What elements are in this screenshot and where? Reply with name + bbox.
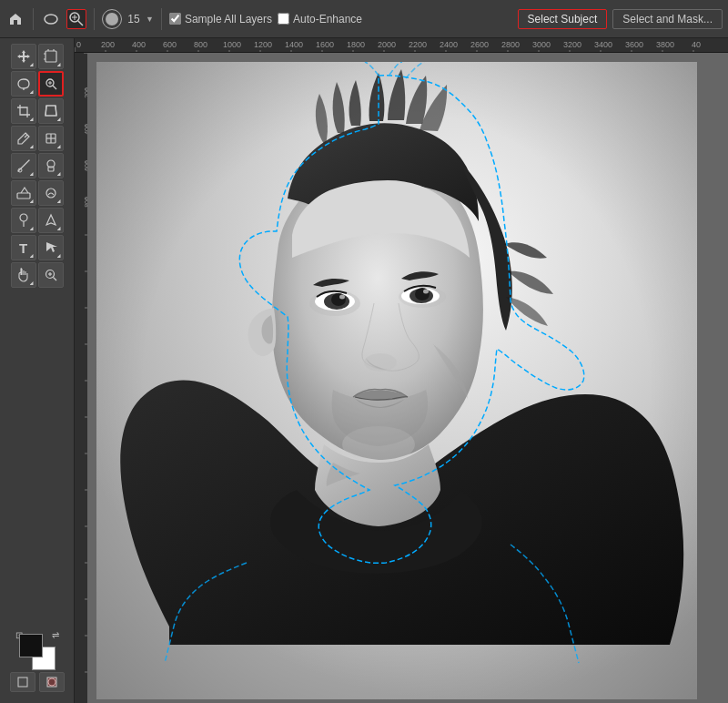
svg-text:200: 200 (101, 40, 115, 49)
select-and-mask-button[interactable]: Select and Mask... (612, 9, 723, 29)
svg-text:800: 800 (194, 40, 207, 49)
eyedropper-tool[interactable] (11, 126, 36, 151)
tool-row-1 (11, 44, 64, 69)
svg-text:600: 600 (163, 40, 177, 49)
svg-text:1200: 1200 (254, 40, 272, 49)
svg-rect-5 (46, 51, 56, 62)
dodge-tool[interactable] (11, 208, 36, 233)
tool-row-8: T (11, 235, 64, 260)
svg-line-29 (53, 278, 56, 281)
svg-point-114 (423, 290, 429, 294)
tool-row-7 (11, 208, 64, 233)
toolbox: T (0, 38, 75, 703)
svg-text:2600: 2600 (470, 40, 489, 49)
separator-2 (94, 8, 95, 30)
brush-size-value: 15 (126, 13, 142, 25)
clone-stamp-tool[interactable] (38, 153, 64, 178)
svg-text:2000: 2000 (378, 40, 396, 49)
foreground-color-swatch[interactable] (19, 634, 43, 657)
move-tool[interactable] (11, 44, 36, 69)
svg-text:3600: 3600 (625, 40, 643, 49)
separator-1 (33, 8, 34, 30)
auto-enhance-group: Auto-Enhance (278, 13, 362, 25)
quick-mask-row (10, 672, 65, 692)
lasso-icon[interactable] (41, 9, 61, 29)
quick-mask-btn[interactable] (39, 672, 65, 692)
svg-text:0: 0 (76, 40, 81, 49)
brush-size-arrow[interactable]: ▼ (146, 15, 154, 24)
tool-row-3 (11, 98, 64, 124)
svg-rect-34 (47, 678, 56, 687)
sample-all-layers-group: Sample All Layers (169, 13, 272, 25)
vertical-ruler: 0 200 400 600 800 (75, 53, 87, 703)
svg-point-110 (339, 295, 345, 300)
svg-line-15 (46, 106, 46, 116)
svg-rect-32 (18, 678, 27, 687)
color-swatches: ⊡ ⇌ (10, 634, 65, 696)
type-tool[interactable]: T (11, 235, 36, 260)
smudge-tool[interactable] (38, 180, 64, 206)
portrait-svg: .selection-path { fill: none; stroke: #0… (96, 62, 697, 699)
svg-text:3000: 3000 (532, 40, 551, 49)
svg-line-2 (78, 21, 83, 25)
swap-colors[interactable]: ⇌ (52, 630, 59, 640)
lasso-tool[interactable] (11, 71, 36, 97)
svg-line-17 (25, 135, 27, 138)
svg-text:1400: 1400 (285, 40, 303, 49)
svg-text:3800: 3800 (656, 40, 674, 49)
tool-row-2 (11, 71, 64, 97)
canvas-content[interactable]: .selection-path { fill: none; stroke: #0… (87, 53, 728, 703)
zoom-tool[interactable] (38, 262, 64, 288)
standard-mode-btn[interactable] (10, 672, 35, 692)
eraser-tool[interactable] (11, 180, 36, 206)
quick-select-icon[interactable] (66, 9, 86, 29)
svg-text:2800: 2800 (501, 40, 520, 49)
photo-canvas: .selection-path { fill: none; stroke: #0… (96, 62, 697, 699)
brush-tool[interactable] (11, 153, 36, 178)
brush-size-control[interactable]: 15 ▼ (102, 9, 154, 29)
patch-tool[interactable] (38, 126, 64, 151)
pen-tool[interactable] (38, 208, 64, 233)
tool-row-4 (11, 126, 64, 151)
svg-line-16 (56, 106, 56, 116)
path-select-tool[interactable] (38, 235, 64, 260)
svg-rect-24 (17, 193, 30, 199)
svg-text:1600: 1600 (316, 40, 334, 49)
svg-text:40: 40 (692, 40, 701, 49)
svg-point-0 (45, 15, 57, 24)
quick-select-tool[interactable] (38, 71, 64, 97)
svg-line-12 (53, 86, 56, 89)
hand-tool[interactable] (11, 262, 36, 288)
select-subject-button[interactable]: Select Subject (518, 9, 608, 29)
svg-text:1000: 1000 (223, 40, 241, 49)
svg-rect-78 (75, 53, 87, 703)
canvas-area[interactable]: 0 200 400 600 800 1000 1200 1400 (75, 38, 728, 703)
auto-enhance-checkbox[interactable] (278, 13, 289, 25)
svg-text:2200: 2200 (409, 40, 427, 49)
svg-point-26 (20, 214, 27, 221)
svg-text:1800: 1800 (347, 40, 365, 49)
fg-bg-colors[interactable]: ⊡ ⇌ (19, 634, 56, 670)
auto-enhance-label[interactable]: Auto-Enhance (293, 13, 362, 25)
artboard-tool[interactable] (38, 44, 64, 69)
brush-preview (102, 9, 122, 29)
tool-row-5 (11, 153, 64, 178)
svg-text:3400: 3400 (594, 40, 612, 49)
sample-all-layers-label[interactable]: Sample All Layers (185, 13, 272, 25)
top-toolbar: 15 ▼ Sample All Layers Auto-Enhance Sele… (0, 0, 728, 38)
horizontal-ruler: 0 200 400 600 800 1000 1200 1400 (75, 38, 728, 53)
tool-row-9 (11, 262, 64, 288)
perspective-crop-tool[interactable] (38, 98, 64, 124)
home-icon[interactable] (5, 9, 25, 29)
svg-text:2400: 2400 (440, 40, 458, 49)
main-area: T (0, 38, 728, 703)
svg-text:3200: 3200 (563, 40, 581, 49)
sample-all-layers-checkbox[interactable] (169, 13, 181, 25)
crop-tool[interactable] (11, 98, 36, 124)
svg-text:400: 400 (132, 40, 146, 49)
separator-3 (161, 8, 162, 30)
tool-row-6 (11, 180, 64, 206)
